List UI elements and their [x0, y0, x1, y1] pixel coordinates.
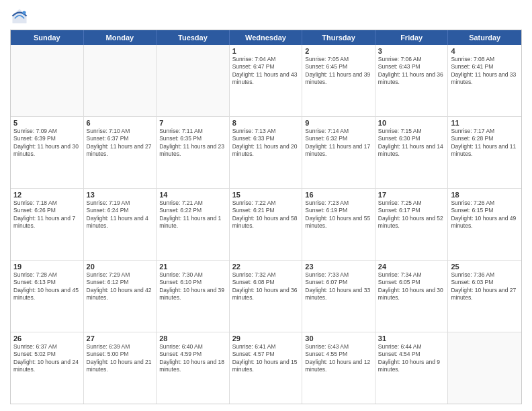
day-cell-13: 13Sunrise: 7:19 AMSunset: 6:24 PMDayligh… [84, 189, 157, 260]
day-info: Sunrise: 7:30 AMSunset: 6:10 PMDaylight:… [159, 271, 226, 302]
day-number: 6 [87, 119, 154, 127]
day-number: 1 [232, 47, 300, 55]
day-number: 29 [232, 334, 300, 342]
day-number: 30 [305, 334, 372, 342]
day-number: 25 [451, 263, 519, 271]
day-cell-2: 2Sunrise: 7:05 AMSunset: 6:45 PMDaylight… [302, 45, 375, 116]
header-day-sunday: Sunday [11, 30, 84, 45]
day-cell-24: 24Sunrise: 7:34 AMSunset: 6:05 PMDayligh… [375, 261, 449, 332]
day-number: 11 [451, 119, 519, 127]
day-cell-6: 6Sunrise: 7:10 AMSunset: 6:37 PMDaylight… [84, 117, 157, 188]
day-info: Sunrise: 6:40 AMSunset: 4:59 PMDaylight:… [159, 343, 226, 374]
calendar-week-2: 5Sunrise: 7:09 AMSunset: 6:39 PMDaylight… [11, 117, 521, 189]
day-cell-26: 26Sunrise: 6:37 AMSunset: 5:02 PMDayligh… [11, 332, 84, 404]
header-day-friday: Friday [375, 30, 449, 45]
day-number: 13 [87, 191, 154, 199]
day-info: Sunrise: 7:05 AMSunset: 6:45 PMDaylight:… [305, 56, 372, 87]
calendar-body: 1Sunrise: 7:04 AMSunset: 6:47 PMDaylight… [11, 45, 521, 404]
day-info: Sunrise: 7:21 AMSunset: 6:22 PMDaylight:… [159, 199, 226, 230]
day-info: Sunrise: 7:34 AMSunset: 6:05 PMDaylight:… [378, 271, 445, 302]
day-info: Sunrise: 7:36 AMSunset: 6:03 PMDaylight:… [451, 271, 519, 302]
day-info: Sunrise: 7:19 AMSunset: 6:24 PMDaylight:… [87, 199, 154, 230]
day-number: 27 [87, 334, 154, 342]
day-cell-1: 1Sunrise: 7:04 AMSunset: 6:47 PMDaylight… [230, 45, 303, 116]
day-info: Sunrise: 6:44 AMSunset: 4:54 PMDaylight:… [378, 343, 445, 374]
day-info: Sunrise: 7:29 AMSunset: 6:12 PMDaylight:… [87, 271, 154, 302]
day-cell-12: 12Sunrise: 7:18 AMSunset: 6:26 PMDayligh… [11, 189, 84, 260]
day-cell-18: 18Sunrise: 7:26 AMSunset: 6:15 PMDayligh… [448, 189, 521, 260]
calendar-week-5: 26Sunrise: 6:37 AMSunset: 5:02 PMDayligh… [11, 332, 521, 404]
day-info: Sunrise: 7:28 AMSunset: 6:13 PMDaylight:… [13, 271, 81, 302]
header-day-thursday: Thursday [302, 30, 375, 45]
day-number: 23 [305, 263, 372, 271]
header [10, 7, 522, 26]
day-info: Sunrise: 7:15 AMSunset: 6:30 PMDaylight:… [378, 128, 445, 158]
empty-cell [157, 45, 230, 116]
day-info: Sunrise: 7:32 AMSunset: 6:08 PMDaylight:… [232, 271, 300, 302]
day-info: Sunrise: 7:33 AMSunset: 6:07 PMDaylight:… [305, 271, 372, 302]
day-info: Sunrise: 7:04 AMSunset: 6:47 PMDaylight:… [232, 56, 300, 87]
day-cell-5: 5Sunrise: 7:09 AMSunset: 6:39 PMDaylight… [11, 117, 84, 188]
day-cell-16: 16Sunrise: 7:23 AMSunset: 6:19 PMDayligh… [302, 189, 375, 260]
day-number: 26 [13, 334, 81, 342]
day-cell-19: 19Sunrise: 7:28 AMSunset: 6:13 PMDayligh… [11, 261, 84, 332]
logo [10, 7, 32, 26]
logo-icon [10, 7, 29, 26]
day-number: 18 [451, 191, 519, 199]
day-number: 16 [305, 191, 372, 199]
day-cell-25: 25Sunrise: 7:36 AMSunset: 6:03 PMDayligh… [448, 261, 521, 332]
day-cell-20: 20Sunrise: 7:29 AMSunset: 6:12 PMDayligh… [84, 261, 157, 332]
page: SundayMondayTuesdayWednesdayThursdayFrid… [0, 0, 532, 411]
day-number: 20 [87, 263, 154, 271]
day-info: Sunrise: 6:41 AMSunset: 4:57 PMDaylight:… [232, 343, 300, 374]
day-info: Sunrise: 7:26 AMSunset: 6:15 PMDaylight:… [451, 199, 519, 230]
day-cell-22: 22Sunrise: 7:32 AMSunset: 6:08 PMDayligh… [230, 261, 303, 332]
day-cell-29: 29Sunrise: 6:41 AMSunset: 4:57 PMDayligh… [230, 332, 303, 404]
day-info: Sunrise: 7:10 AMSunset: 6:37 PMDaylight:… [87, 128, 154, 158]
day-info: Sunrise: 7:09 AMSunset: 6:39 PMDaylight:… [13, 128, 81, 158]
day-cell-9: 9Sunrise: 7:14 AMSunset: 6:32 PMDaylight… [302, 117, 375, 188]
day-info: Sunrise: 7:18 AMSunset: 6:26 PMDaylight:… [13, 199, 81, 230]
day-info: Sunrise: 7:14 AMSunset: 6:32 PMDaylight:… [305, 128, 372, 158]
day-number: 2 [305, 47, 372, 55]
day-number: 8 [232, 119, 300, 127]
day-cell-17: 17Sunrise: 7:25 AMSunset: 6:17 PMDayligh… [375, 189, 449, 260]
day-cell-27: 27Sunrise: 6:39 AMSunset: 5:00 PMDayligh… [84, 332, 157, 404]
day-number: 9 [305, 119, 372, 127]
day-number: 17 [378, 191, 445, 199]
calendar-week-4: 19Sunrise: 7:28 AMSunset: 6:13 PMDayligh… [11, 261, 521, 332]
day-number: 14 [159, 191, 226, 199]
day-number: 24 [378, 263, 445, 271]
day-info: Sunrise: 7:22 AMSunset: 6:21 PMDaylight:… [232, 199, 300, 230]
day-info: Sunrise: 7:23 AMSunset: 6:19 PMDaylight:… [305, 199, 372, 230]
header-day-wednesday: Wednesday [230, 30, 303, 45]
day-number: 4 [451, 47, 519, 55]
day-number: 7 [159, 119, 226, 127]
day-number: 28 [159, 334, 226, 342]
calendar: SundayMondayTuesdayWednesdayThursdayFrid… [10, 30, 522, 404]
calendar-week-3: 12Sunrise: 7:18 AMSunset: 6:26 PMDayligh… [11, 189, 521, 261]
day-info: Sunrise: 7:08 AMSunset: 6:41 PMDaylight:… [451, 56, 519, 87]
day-cell-28: 28Sunrise: 6:40 AMSunset: 4:59 PMDayligh… [157, 332, 230, 404]
empty-cell [11, 45, 84, 116]
header-day-monday: Monday [84, 30, 157, 45]
day-number: 31 [378, 334, 445, 342]
svg-point-2 [22, 11, 26, 14]
day-cell-8: 8Sunrise: 7:13 AMSunset: 6:33 PMDaylight… [230, 117, 303, 188]
day-cell-4: 4Sunrise: 7:08 AMSunset: 6:41 PMDaylight… [448, 45, 521, 116]
day-cell-3: 3Sunrise: 7:06 AMSunset: 6:43 PMDaylight… [375, 45, 449, 116]
day-info: Sunrise: 7:25 AMSunset: 6:17 PMDaylight:… [378, 199, 445, 230]
empty-cell [448, 332, 521, 404]
day-info: Sunrise: 7:11 AMSunset: 6:35 PMDaylight:… [159, 128, 226, 158]
day-info: Sunrise: 7:13 AMSunset: 6:33 PMDaylight:… [232, 128, 300, 158]
day-info: Sunrise: 7:17 AMSunset: 6:28 PMDaylight:… [451, 128, 519, 158]
header-day-saturday: Saturday [448, 30, 521, 45]
day-cell-14: 14Sunrise: 7:21 AMSunset: 6:22 PMDayligh… [157, 189, 230, 260]
day-cell-21: 21Sunrise: 7:30 AMSunset: 6:10 PMDayligh… [157, 261, 230, 332]
day-cell-23: 23Sunrise: 7:33 AMSunset: 6:07 PMDayligh… [302, 261, 375, 332]
day-number: 5 [13, 119, 81, 127]
day-cell-7: 7Sunrise: 7:11 AMSunset: 6:35 PMDaylight… [157, 117, 230, 188]
day-info: Sunrise: 7:06 AMSunset: 6:43 PMDaylight:… [378, 56, 445, 87]
day-cell-31: 31Sunrise: 6:44 AMSunset: 4:54 PMDayligh… [375, 332, 449, 404]
day-cell-11: 11Sunrise: 7:17 AMSunset: 6:28 PMDayligh… [448, 117, 521, 188]
